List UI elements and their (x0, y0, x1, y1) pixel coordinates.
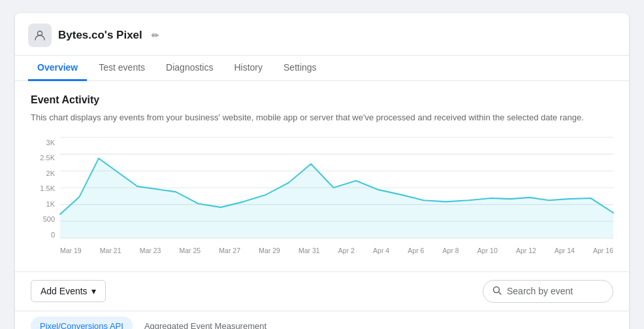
x-label-mar19: Mar 19 (60, 247, 82, 254)
main-card: Bytes.co's Pixel ✏ Overview Test events … (15, 13, 629, 329)
x-label-apr12: Apr 12 (516, 247, 536, 254)
y-label-1k: 1K (46, 200, 55, 208)
bottom-toolbar: Add Events ▾ Search by event (15, 271, 629, 311)
x-label-mar23: Mar 23 (140, 247, 161, 254)
x-label-mar21: Mar 21 (100, 247, 121, 254)
add-events-label: Add Events (40, 286, 88, 296)
chart-svg (60, 137, 613, 239)
search-placeholder-text: Search by event (507, 286, 573, 296)
section-description: This chart displays any events from your… (31, 111, 613, 124)
x-label-apr14: Apr 14 (555, 247, 575, 254)
x-label-apr4: Apr 4 (373, 247, 389, 254)
svg-line-9 (499, 292, 502, 294)
dropdown-icon: ▾ (91, 286, 96, 296)
x-label-mar25: Mar 25 (179, 247, 201, 254)
x-label-apr10: Apr 10 (477, 247, 498, 254)
chart-area: 3K 2.5K 2K 1.5K 1K 500 0 (31, 137, 613, 252)
pixel-icon (28, 24, 52, 47)
chart-inner: Mar 19 Mar 21 Mar 23 Mar 25 Mar 27 Mar 2… (60, 137, 613, 252)
y-label-2k: 2K (46, 169, 55, 177)
y-label-0: 0 (51, 231, 55, 239)
tab-test-events[interactable]: Test events (89, 56, 154, 81)
search-icon (492, 286, 502, 297)
x-label-apr6: Apr 6 (408, 247, 424, 254)
tab-overview[interactable]: Overview (28, 56, 87, 81)
section-title: Event Activity (31, 94, 613, 106)
tab-settings[interactable]: Settings (274, 56, 326, 81)
x-label-apr8: Apr 8 (443, 247, 459, 254)
y-label-3k: 3K (46, 139, 55, 147)
content-area: Event Activity This chart displays any e… (15, 81, 629, 271)
page-title: Bytes.co's Pixel (58, 29, 142, 42)
tab-diagnostics[interactable]: Diagnostics (157, 56, 222, 81)
x-label-apr2: Apr 2 (338, 247, 355, 254)
nav-tabs: Overview Test events Diagnostics History… (15, 56, 629, 81)
x-label-mar31: Mar 31 (298, 247, 320, 254)
add-events-button[interactable]: Add Events ▾ (31, 280, 106, 302)
x-axis: Mar 19 Mar 21 Mar 23 Mar 25 Mar 27 Mar 2… (60, 241, 613, 254)
x-label-mar27: Mar 27 (219, 247, 240, 254)
sub-tab-pixel[interactable]: Pixel/Conversions API (31, 317, 133, 330)
edit-icon[interactable]: ✏ (152, 30, 159, 41)
chart-container: 3K 2.5K 2K 1.5K 1K 500 0 (31, 137, 613, 252)
search-box[interactable]: Search by event (483, 280, 613, 303)
y-label-500: 500 (43, 215, 55, 223)
tab-history[interactable]: History (225, 56, 272, 81)
y-label-1_5k: 1.5K (40, 184, 55, 192)
y-axis: 3K 2.5K 2K 1.5K 1K 500 0 (31, 137, 60, 252)
x-label-apr16: Apr 16 (593, 247, 613, 254)
sub-tab-aggregated[interactable]: Aggregated Event Measurement (135, 317, 276, 330)
x-label-mar29: Mar 29 (259, 247, 280, 254)
y-label-2_5k: 2.5K (40, 154, 55, 162)
sub-tabs-row: Pixel/Conversions API Aggregated Event M… (15, 311, 629, 330)
header: Bytes.co's Pixel ✏ (15, 13, 629, 56)
